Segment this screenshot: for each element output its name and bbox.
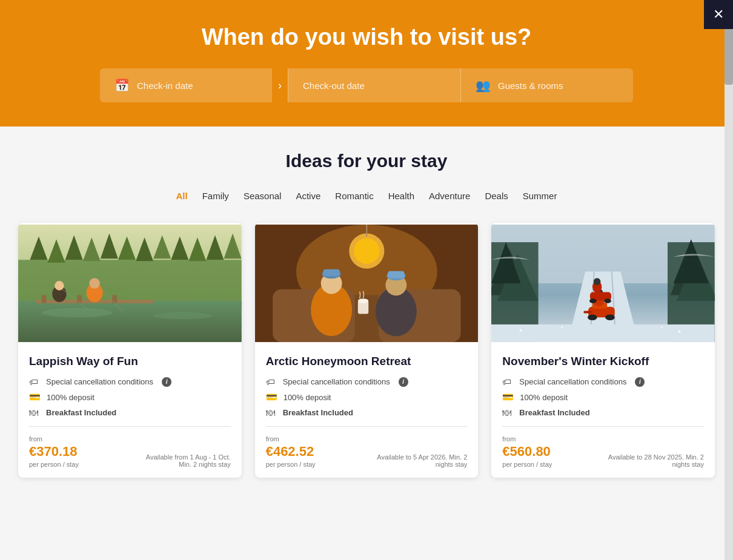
section-title: Ideas for your stay: [18, 151, 715, 171]
deposit-text-3: 100% deposit: [520, 393, 568, 402]
filter-tab-family[interactable]: Family: [202, 188, 229, 203]
breakfast-text-1: Breakfast Included: [46, 408, 116, 417]
card-title-lappish: Lappish Way of Fun: [29, 355, 231, 368]
card-honeymoon: Arctic Honeymoon Retreat 🏷 Special cance…: [255, 223, 479, 478]
svg-rect-64: [584, 311, 592, 314]
filter-tabs: All Family Seasonal Active Romantic Heal…: [18, 188, 715, 203]
card-feature-breakfast-3: 🍽 Breakfast Included: [502, 407, 704, 418]
info-icon-2[interactable]: i: [399, 377, 408, 387]
svg-point-76: [661, 326, 663, 328]
card-divider-2: [266, 426, 468, 427]
svg-point-63: [606, 314, 615, 320]
guests-field[interactable]: 👥 Guests & rooms: [461, 68, 633, 102]
filter-tab-health[interactable]: Health: [388, 188, 414, 203]
price-left-2: from €462.52 per person / stay: [266, 435, 316, 468]
filter-tab-all[interactable]: All: [176, 188, 188, 203]
breakfast-text-3: Breakfast Included: [519, 408, 589, 417]
card-lappish: Lappish Way of Fun 🏷 Special cancellatio…: [18, 223, 242, 478]
per-person-3: per person / stay: [502, 461, 552, 468]
date-arrow: ›: [272, 68, 288, 102]
availability-1: Available from 1 Aug - 1 Oct. Min. 2 nig…: [134, 453, 231, 468]
price-amount-2: €462.52: [266, 444, 316, 460]
price-amount-1: €370.18: [29, 444, 79, 460]
price-left-1: from €370.18 per person / stay: [29, 435, 79, 468]
from-label-3: from: [502, 435, 552, 443]
card-feature-breakfast-2: 🍽 Breakfast Included: [266, 407, 468, 418]
cancellation-text-1: Special cancellation conditions: [46, 377, 153, 386]
card-winter: November's Winter Kickoff 🏷 Special canc…: [491, 223, 715, 478]
card-feature-cancellation-2: 🏷 Special cancellation conditions i: [266, 377, 468, 387]
filter-tab-adventure[interactable]: Adventure: [429, 188, 470, 203]
filter-tab-romantic[interactable]: Romantic: [335, 188, 373, 203]
card-feature-cancellation-1: 🏷 Special cancellation conditions i: [29, 377, 231, 387]
checkin-field[interactable]: 📅 Check-in date: [100, 68, 272, 102]
checkout-label: Check-out date: [303, 81, 365, 91]
cancellation-text-2: Special cancellation conditions: [283, 377, 390, 386]
availability-2: Available to 5 Apr 2026. Min. 2 nights s…: [370, 453, 467, 468]
deposit-icon-3: 💳: [502, 392, 514, 403]
per-person-1: per person / stay: [29, 461, 79, 468]
cards-grid: Lappish Way of Fun 🏷 Special cancellatio…: [18, 223, 715, 478]
breakfast-icon-1: 🍽: [29, 407, 40, 418]
card-image-winter: [491, 223, 715, 344]
calendar-icon: 📅: [114, 78, 130, 93]
filter-tab-active[interactable]: Active: [296, 188, 320, 203]
from-label-1: from: [29, 435, 79, 443]
modal-overlay: ✕ When do you wish to visit us? 📅 Check-…: [0, 0, 733, 560]
breakfast-icon-3: 🍽: [502, 407, 513, 418]
svg-rect-27: [18, 225, 242, 342]
card-pricing-3: from €560.80 per person / stay Available…: [502, 435, 704, 468]
card-body-winter: November's Winter Kickoff 🏷 Special canc…: [491, 344, 715, 478]
cancellation-icon-2: 🏷: [266, 377, 277, 387]
card-feature-cancellation-3: 🏷 Special cancellation conditions i: [502, 377, 704, 387]
card-body-honeymoon: Arctic Honeymoon Retreat 🏷 Special cance…: [255, 344, 479, 478]
from-label-2: from: [266, 435, 316, 443]
checkout-field[interactable]: Check-out date: [288, 68, 461, 102]
header-title: When do you wish to visit us?: [36, 24, 697, 50]
svg-point-71: [594, 278, 601, 285]
date-row: 📅 Check-in date › Check-out date 👥 Guest…: [100, 68, 633, 102]
card-divider-1: [29, 426, 231, 427]
cancellation-icon-1: 🏷: [29, 377, 40, 387]
guests-icon: 👥: [476, 78, 491, 93]
deposit-text-1: 100% deposit: [47, 393, 95, 402]
close-button[interactable]: ✕: [704, 0, 733, 29]
svg-point-75: [678, 331, 681, 333]
deposit-icon-1: 💳: [29, 392, 41, 403]
cancellation-icon-3: 🏷: [502, 377, 513, 387]
filter-tab-summer[interactable]: Summer: [523, 188, 557, 203]
svg-point-68: [589, 298, 597, 303]
info-icon-1[interactable]: i: [162, 377, 171, 387]
card-image-lappish: [18, 223, 242, 344]
card-body-lappish: Lappish Way of Fun 🏷 Special cancellatio…: [18, 344, 242, 478]
header-section: When do you wish to visit us? 📅 Check-in…: [0, 0, 733, 127]
deposit-text-2: 100% deposit: [284, 393, 331, 402]
availability-3: Available to 28 Nov 2025. Min. 2 nights …: [607, 453, 704, 468]
breakfast-text-2: Breakfast Included: [283, 408, 353, 417]
card-title-winter: November's Winter Kickoff: [502, 355, 704, 368]
card-feature-deposit-2: 💳 100% deposit: [266, 392, 468, 403]
card-feature-deposit-3: 💳 100% deposit: [502, 392, 704, 403]
filter-tab-deals[interactable]: Deals: [485, 188, 508, 203]
svg-rect-72: [491, 324, 715, 342]
price-left-3: from €560.80 per person / stay: [502, 435, 552, 468]
svg-point-69: [605, 298, 612, 303]
card-feature-deposit-1: 💳 100% deposit: [29, 392, 231, 403]
deposit-icon-2: 💳: [266, 392, 277, 403]
info-icon-3[interactable]: i: [635, 377, 645, 387]
scrollbar[interactable]: [725, 0, 733, 560]
price-amount-3: €560.80: [502, 444, 552, 460]
cancellation-text-3: Special cancellation conditions: [519, 377, 626, 386]
svg-rect-47: [255, 225, 479, 342]
per-person-2: per person / stay: [266, 461, 316, 468]
card-feature-breakfast-1: 🍽 Breakfast Included: [29, 407, 231, 418]
filter-tab-seasonal[interactable]: Seasonal: [244, 188, 282, 203]
card-pricing-2: from €462.52 per person / stay Available…: [266, 435, 468, 468]
breakfast-icon-2: 🍽: [266, 407, 277, 418]
content-section: Ideas for your stay All Family Seasonal …: [0, 127, 733, 502]
card-image-honeymoon: [255, 223, 479, 344]
checkin-label: Check-in date: [137, 81, 193, 91]
svg-point-73: [520, 329, 522, 332]
card-pricing-1: from €370.18 per person / stay Available…: [29, 435, 231, 468]
card-title-honeymoon: Arctic Honeymoon Retreat: [266, 355, 468, 368]
